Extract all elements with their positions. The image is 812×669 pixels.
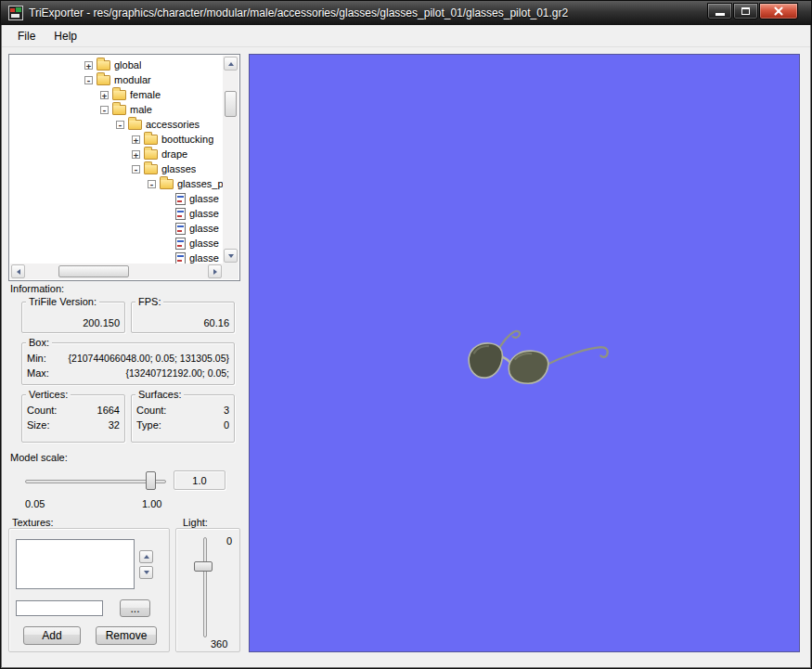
- vertices-count-row: Count:1664: [27, 404, 120, 418]
- folder-icon: [97, 60, 110, 71]
- tree-item-drape[interactable]: +drape: [10, 147, 223, 161]
- expander-icon[interactable]: -: [100, 106, 109, 114]
- folder-icon: [160, 179, 174, 189]
- arrow-up-icon: [144, 555, 149, 559]
- folder-icon: [112, 90, 126, 100]
- light-min-label: 0: [226, 535, 232, 547]
- surfaces-type-row: Type:0: [136, 418, 229, 432]
- information-label: Information:: [10, 283, 64, 294]
- fps-value: 60.16: [203, 317, 229, 328]
- model-scale-slider[interactable]: [25, 470, 166, 492]
- texture-spin-down-button[interactable]: [139, 566, 153, 579]
- scroll-right-button[interactable]: [208, 264, 222, 278]
- vertical-scroll-thumb[interactable]: [225, 91, 237, 117]
- folder-icon: [144, 149, 158, 160]
- tree-horizontal-scrollbar[interactable]: [10, 264, 223, 279]
- browse-button[interactable]: ...: [120, 599, 150, 617]
- model-scale-label: Model scale:: [10, 452, 68, 463]
- fps-group: FPS: 60.16: [131, 302, 235, 333]
- textures-listbox[interactable]: [16, 539, 135, 589]
- scroll-left-button[interactable]: [11, 264, 25, 278]
- scrollbar-corner: [223, 264, 238, 279]
- window-controls: [707, 3, 798, 19]
- 3d-viewport[interactable]: [249, 54, 800, 652]
- tree-vertical-scrollbar[interactable]: [223, 56, 238, 264]
- tree-item-file[interactable]: glasse: [10, 191, 223, 206]
- light-slider[interactable]: [192, 537, 216, 637]
- folder-icon: [97, 75, 110, 85]
- surfaces-count-label: Count:: [136, 404, 166, 418]
- menubar: File Help: [2, 25, 810, 47]
- file-icon: [175, 208, 186, 220]
- expander-icon[interactable]: +: [84, 61, 93, 70]
- trifile-version-label: TriFile Version:: [26, 296, 99, 307]
- tree-item-glasses[interactable]: -glasses: [10, 161, 223, 176]
- tree-item-glasses-pilot[interactable]: -glasses_p: [10, 176, 223, 191]
- arrow-left-icon: [17, 269, 20, 275]
- file-icon: [175, 223, 186, 235]
- light-label: Light:: [183, 517, 208, 528]
- model-scale-value: 1.0: [174, 470, 226, 490]
- menu-help[interactable]: Help: [45, 27, 85, 45]
- menu-file[interactable]: File: [9, 27, 44, 45]
- texture-path-input[interactable]: [16, 600, 103, 616]
- min-label: Min:: [27, 352, 46, 366]
- arrow-down-icon: [144, 571, 149, 574]
- vertices-size-row: Size:32: [27, 418, 120, 432]
- expander-icon[interactable]: +: [100, 91, 109, 99]
- remove-button[interactable]: Remove: [96, 626, 157, 645]
- expander-icon[interactable]: -: [84, 76, 93, 84]
- box-label: Box:: [26, 337, 52, 348]
- vertices-count-value: 1664: [97, 404, 120, 418]
- textures-label: Textures:: [12, 517, 54, 528]
- vertices-size-label: Size:: [27, 418, 49, 432]
- tree-item-global[interactable]: +global: [10, 58, 223, 72]
- close-icon: [773, 6, 784, 17]
- scale-min-label: 0.05: [25, 498, 45, 509]
- surfaces-label: Surfaces:: [135, 389, 184, 400]
- vertices-group: Vertices: Count:1664 Size:32: [21, 394, 125, 443]
- max-label: Max:: [27, 367, 49, 380]
- vertices-count-label: Count:: [27, 404, 57, 418]
- tree-item-male[interactable]: -male: [10, 102, 223, 117]
- scale-max-label: 1.00: [142, 498, 161, 509]
- tree-item-boottucking[interactable]: +boottucking: [10, 132, 223, 147]
- maximize-button[interactable]: [733, 3, 758, 19]
- maximize-icon: [741, 7, 750, 15]
- arrow-down-icon: [228, 254, 234, 258]
- texture-spin-up-button[interactable]: [139, 550, 153, 563]
- slider-thumb[interactable]: [146, 471, 156, 490]
- min-value: {210744066048.00; 0.05; 131305.05}: [69, 352, 229, 366]
- max-value: {13240712192.00; 0.05;: [125, 367, 229, 380]
- expander-icon[interactable]: -: [148, 180, 156, 188]
- close-button[interactable]: [759, 3, 798, 19]
- scroll-up-button[interactable]: [224, 57, 238, 71]
- trifile-version-value: 200.150: [83, 317, 120, 328]
- file-icon: [175, 252, 186, 264]
- tree-item-file[interactable]: glasse: [10, 221, 223, 236]
- expander-icon[interactable]: +: [132, 150, 140, 159]
- expander-icon[interactable]: +: [132, 135, 140, 144]
- tree-item-file[interactable]: glasse: [10, 206, 223, 221]
- folder-icon: [144, 164, 158, 174]
- box-max-row: Max:{13240712192.00; 0.05;: [27, 367, 229, 380]
- expander-icon[interactable]: -: [116, 121, 124, 129]
- scroll-down-button[interactable]: [224, 249, 238, 263]
- tree-item-female[interactable]: +female: [10, 87, 223, 102]
- surfaces-type-value: 0: [224, 418, 229, 432]
- surfaces-count-value: 3: [224, 404, 229, 418]
- box-min-row: Min:{210744066048.00; 0.05; 131305.05}: [27, 352, 229, 366]
- minimize-button[interactable]: [707, 3, 732, 19]
- tree-item-file[interactable]: glasse: [10, 236, 223, 251]
- tree-item-accessories[interactable]: -accessories: [10, 117, 223, 132]
- tree-item-file[interactable]: glasse: [10, 251, 223, 264]
- tree-item-modular[interactable]: -modular: [10, 72, 223, 87]
- add-button[interactable]: Add: [23, 626, 81, 645]
- light-max-label: 360: [211, 638, 227, 650]
- titlebar[interactable]: TriExporter - res/graphics/character/mod…: [1, 1, 811, 25]
- sunglasses-model[interactable]: [461, 315, 624, 402]
- light-slider-thumb[interactable]: [194, 561, 213, 572]
- light-slider-track[interactable]: [203, 537, 207, 637]
- expander-icon[interactable]: -: [132, 165, 140, 174]
- horizontal-scroll-thumb[interactable]: [58, 265, 129, 277]
